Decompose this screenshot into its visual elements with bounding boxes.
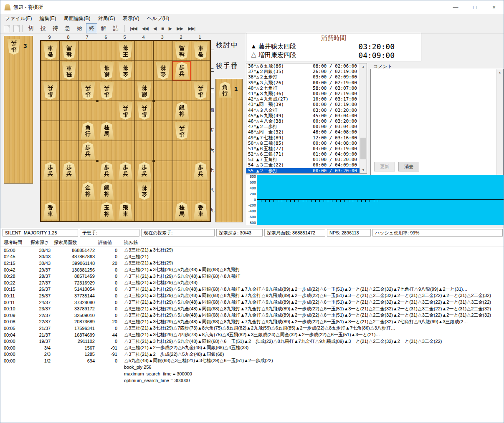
cell-1-2[interactable] xyxy=(191,61,210,81)
fast-forward-button[interactable]: ▶▶ xyxy=(175,25,185,33)
cell-9-2[interactable] xyxy=(41,61,60,81)
cell-8-2[interactable]: 飛車 xyxy=(60,61,79,81)
cell-9-9[interactable]: 香車 xyxy=(41,201,60,221)
cell-3-8[interactable] xyxy=(154,181,172,201)
move-list-item[interactable]: 44*△３八金打03:00 / 03:20:00 xyxy=(246,108,360,113)
cell-3-5[interactable] xyxy=(154,121,172,141)
minimize-button[interactable]: — xyxy=(446,0,465,14)
cell-2-4[interactable]: 銀将 xyxy=(172,101,191,121)
prev-move-button[interactable]: ◀ xyxy=(151,25,158,33)
toolbar-button-start[interactable]: 始 xyxy=(74,23,85,33)
cell-7-4[interactable] xyxy=(79,101,97,121)
piece-fu[interactable]: 歩兵 xyxy=(193,162,208,180)
menu-view[interactable]: 表示(V) xyxy=(119,14,143,23)
scrollbar-thumb[interactable] xyxy=(360,138,366,159)
cell-2-9[interactable]: 桂馬 xyxy=(172,201,191,221)
move-list-item[interactable]: 54 △３二金(22)00:00 / 04:09:00 xyxy=(246,162,360,168)
cell-9-6[interactable] xyxy=(41,141,60,161)
move-list-item[interactable]: 37*▲２四銀(35)26:00 / 02:19:00 xyxy=(246,69,360,74)
move-list-item[interactable]: 55 ▲２二歩打00:00 / 03:20:00 xyxy=(246,168,360,174)
move-list-item[interactable]: 36*△８五飛(86)08:00 / 02:06:00 xyxy=(246,63,360,69)
cell-7-5[interactable]: 角行 xyxy=(79,121,97,141)
menu-help[interactable]: ヘルプ(H) xyxy=(143,14,173,23)
cell-2-1[interactable]: 桂馬 xyxy=(172,41,191,61)
fast-rewind-button[interactable]: ◀◀ xyxy=(140,25,150,33)
cell-6-2[interactable]: 銀将 xyxy=(97,61,116,81)
cell-7-9[interactable] xyxy=(79,201,97,221)
first-move-button[interactable]: |◀◀ xyxy=(128,25,139,33)
cell-3-1[interactable] xyxy=(154,41,172,61)
cell-9-8[interactable] xyxy=(41,181,60,201)
cell-5-9[interactable]: 飛車 xyxy=(116,201,135,221)
cell-8-9[interactable] xyxy=(60,201,79,221)
cell-7-7[interactable] xyxy=(79,161,97,181)
move-list-item[interactable]: 41*▲３九飛(36)00:00 / 02:19:00 xyxy=(246,91,360,96)
cell-5-3[interactable] xyxy=(116,81,135,101)
cell-1-9[interactable]: 香車 xyxy=(191,201,210,221)
move-list-item[interactable]: 47*▲２二歩打00:00 / 03:04:00 xyxy=(246,124,360,129)
cell-4-2[interactable] xyxy=(135,61,154,81)
cell-3-2[interactable]: 金将 xyxy=(154,61,172,81)
piece-gin[interactable]: 銀将 xyxy=(137,82,152,100)
cell-4-1[interactable] xyxy=(135,41,154,61)
cell-1-6[interactable] xyxy=(191,141,210,161)
piece-kin[interactable]: 金将 xyxy=(80,182,96,200)
piece-gin[interactable]: 銀将 xyxy=(99,62,114,80)
piece-fu[interactable]: 歩兵 xyxy=(61,162,77,180)
cell-9-5[interactable] xyxy=(41,121,60,141)
move-list-item[interactable]: 52*△６二銀(71)01:00 / 04:09:00 xyxy=(246,151,360,157)
move-list-item[interactable]: 38*△２五歩打03:00 / 02:09:00 xyxy=(246,74,360,80)
move-list-item[interactable]: 53 ▲７五角打01:00 / 03:20:00 xyxy=(246,157,360,162)
toolbar-button-end[interactable]: 終 xyxy=(86,23,97,33)
cell-9-7[interactable]: 歩兵 xyxy=(41,161,60,181)
cell-6-5[interactable]: 桂馬 xyxy=(97,121,116,141)
piece-fu[interactable]: 歩兵 xyxy=(80,82,96,100)
cell-5-1[interactable]: 王将 xyxy=(116,41,135,61)
toolbar-button-wait[interactable]: 待 xyxy=(50,23,61,33)
cell-2-8[interactable] xyxy=(172,181,191,201)
toolbar-button-interrupt[interactable]: 切 xyxy=(25,23,37,33)
move-list-item[interactable]: 40*△２七角打58:00 / 03:07:00 xyxy=(246,86,360,91)
cell-5-4[interactable]: 歩兵 xyxy=(116,101,135,121)
cell-6-4[interactable] xyxy=(97,101,116,121)
cell-1-4[interactable] xyxy=(191,101,210,121)
cell-6-6[interactable] xyxy=(97,141,116,161)
toolbar-button-hurry[interactable]: 急 xyxy=(62,23,73,33)
cell-4-9[interactable] xyxy=(135,201,154,221)
cell-8-6[interactable] xyxy=(60,141,79,161)
menu-file[interactable]: ファイル(F) xyxy=(1,14,35,23)
cell-2-5[interactable]: 歩兵 xyxy=(172,121,191,141)
piece-fu[interactable]: 歩兵 xyxy=(174,122,190,140)
move-list[interactable]: 36*△８五飛(86)08:00 / 02:06:0037*▲２四銀(35)26… xyxy=(246,63,367,174)
cell-3-9[interactable] xyxy=(154,201,172,221)
cell-4-5[interactable] xyxy=(135,121,154,141)
piece-hisha[interactable]: 飛車 xyxy=(118,202,133,220)
piece-fu[interactable]: 歩兵 xyxy=(137,102,152,120)
piece-keima[interactable]: 桂馬 xyxy=(99,122,114,140)
cell-3-7[interactable] xyxy=(154,161,172,181)
last-move-button[interactable]: ▶▶| xyxy=(186,25,197,33)
menu-edit[interactable]: 編集(E) xyxy=(35,14,60,23)
cell-5-8[interactable] xyxy=(116,181,135,201)
toolbar-button-solve[interactable]: 解 xyxy=(98,23,109,33)
cell-7-2[interactable] xyxy=(79,61,97,81)
cell-5-7[interactable]: 歩兵 xyxy=(116,161,135,181)
piece-fu[interactable]: 歩兵 xyxy=(7,39,21,55)
piece-kyosha[interactable]: 香車 xyxy=(193,202,208,220)
move-list-item[interactable]: 43*▲同 飛(39)00:00 / 02:19:00 xyxy=(246,102,360,107)
cell-6-3[interactable]: 歩兵 xyxy=(97,81,116,101)
stop-button[interactable]: ■ xyxy=(159,25,166,33)
cell-4-4[interactable]: 歩兵 xyxy=(135,101,154,121)
piece-fu[interactable]: 歩兵 xyxy=(99,162,114,180)
cell-3-4[interactable] xyxy=(154,101,172,121)
cell-2-6[interactable] xyxy=(172,141,191,161)
new-file-icon[interactable] xyxy=(4,25,10,32)
cell-9-3[interactable]: 歩兵 xyxy=(41,81,60,101)
cell-5-2[interactable]: 金将 xyxy=(116,61,135,81)
piece-hisha[interactable]: 飛車 xyxy=(61,62,77,80)
cell-6-1[interactable] xyxy=(97,41,116,61)
cell-9-1[interactable]: 香車 xyxy=(41,41,60,61)
cell-6-9[interactable]: 玉将 xyxy=(97,201,116,221)
cell-1-3[interactable]: 歩兵 xyxy=(191,81,210,101)
piece-fu[interactable]: 歩兵 xyxy=(80,142,96,160)
